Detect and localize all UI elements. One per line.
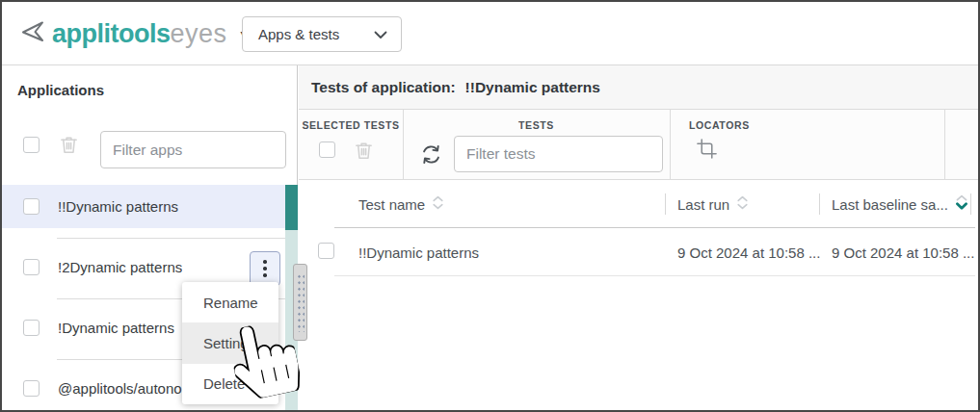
tests-header-label: Tests of application:	[311, 79, 456, 96]
test-row-checkbox[interactable]	[318, 243, 334, 259]
column-divider	[665, 193, 666, 215]
tests-header-app-name: !!Dynamic patterns	[465, 79, 600, 96]
app-item-menu-button[interactable]	[250, 251, 280, 286]
delete-apps-trash-icon[interactable]	[58, 134, 80, 160]
table-row[interactable]: !!Dynamic patterns 9 Oct 2024 at 10:58 .…	[299, 228, 978, 276]
filter-apps-input[interactable]	[100, 131, 286, 168]
select-all-tests-checkbox[interactable]	[319, 142, 335, 158]
app-checkbox[interactable]	[23, 198, 40, 215]
column-label: Test name	[358, 196, 425, 213]
cell-last-run: 9 Oct 2024 at 10:58 ...	[677, 228, 820, 276]
resize-grip-dots-icon	[296, 272, 305, 332]
panel-resize-handle[interactable]	[293, 264, 307, 341]
column-divider	[970, 193, 971, 215]
cell-test-name[interactable]: !!Dynamic patterns	[358, 228, 479, 276]
app-window: applitools eyes ▾ Apps & tests Applicati…	[0, 0, 980, 412]
column-header-last-run[interactable]: Last run	[677, 180, 749, 228]
sort-icon[interactable]	[432, 195, 444, 214]
locators-section: LOCATORS	[670, 110, 944, 179]
selected-tests-label: SELECTED TESTS	[299, 119, 403, 131]
tests-label: TESTS	[403, 119, 670, 131]
column-label: Last run	[677, 196, 729, 213]
app-context-menu: Rename Settings Delete	[182, 282, 278, 404]
column-header-test-name[interactable]: Test name	[358, 180, 444, 228]
topbar: applitools eyes ▾ Apps & tests	[2, 2, 978, 65]
sort-icon[interactable]	[736, 195, 749, 214]
menu-item-rename[interactable]: Rename	[182, 282, 278, 322]
app-checkbox[interactable]	[23, 320, 40, 336]
app-label: !2Dynamic patterns	[58, 259, 182, 275]
applitools-eye-icon	[19, 19, 52, 48]
sidebar-scrollbar-thumb[interactable]	[285, 185, 298, 230]
tests-table-header: Test name Last run Last baseline sa.	[299, 180, 978, 228]
app-list-item[interactable]: !!Dynamic patterns	[2, 185, 285, 228]
row-underline	[334, 275, 975, 276]
app-label: @applitools/autonom	[58, 380, 194, 397]
logo-brand-text: applitools	[52, 19, 171, 49]
applitools-logo[interactable]: applitools eyes ▾	[19, 2, 247, 65]
app-label: !Dynamic patterns	[58, 320, 174, 336]
selected-tests-section: SELECTED TESTS	[299, 110, 403, 179]
chevron-down-icon	[374, 26, 387, 43]
tests-section: TESTS	[403, 110, 670, 179]
logo-product-text: eyes	[171, 19, 227, 49]
menu-item-settings[interactable]: Settings	[182, 322, 278, 363]
column-label: Last baseline sa...	[832, 196, 948, 213]
app-label: !!Dynamic patterns	[58, 198, 178, 215]
tests-panel: Tests of application: !!Dynamic patterns…	[299, 65, 978, 410]
app-checkbox[interactable]	[23, 380, 40, 397]
app-checkbox[interactable]	[23, 259, 40, 275]
tests-toolbar: SELECTED TESTS TESTS	[299, 110, 978, 180]
kebab-dot	[263, 260, 267, 264]
cell-last-baseline-saved: 9 Oct 2024 at 10:58 ...	[832, 228, 974, 276]
column-divider	[819, 193, 820, 215]
column-header-last-baseline-saved[interactable]: Last baseline sa...	[832, 180, 968, 228]
apps-and-tests-dropdown[interactable]: Apps & tests	[242, 16, 402, 52]
kebab-dot	[263, 267, 267, 270]
toolbar-divider	[944, 110, 945, 179]
filter-tests-input[interactable]	[454, 136, 663, 172]
locators-crop-icon[interactable]	[696, 138, 718, 164]
menu-item-delete[interactable]: Delete	[182, 364, 278, 404]
delete-tests-trash-icon[interactable]	[353, 140, 375, 166]
locators-label: LOCATORS	[689, 119, 750, 131]
kebab-dot	[263, 273, 267, 277]
tests-panel-header: Tests of application: !!Dynamic patterns	[299, 65, 978, 110]
list-separator	[57, 238, 285, 239]
apps-and-tests-dropdown-label: Apps & tests	[258, 26, 339, 42]
sidebar-title: Applications	[17, 82, 104, 98]
refresh-icon[interactable]	[418, 142, 444, 171]
sort-icon-active[interactable]	[955, 194, 968, 214]
select-all-apps-checkbox[interactable]	[23, 137, 40, 153]
